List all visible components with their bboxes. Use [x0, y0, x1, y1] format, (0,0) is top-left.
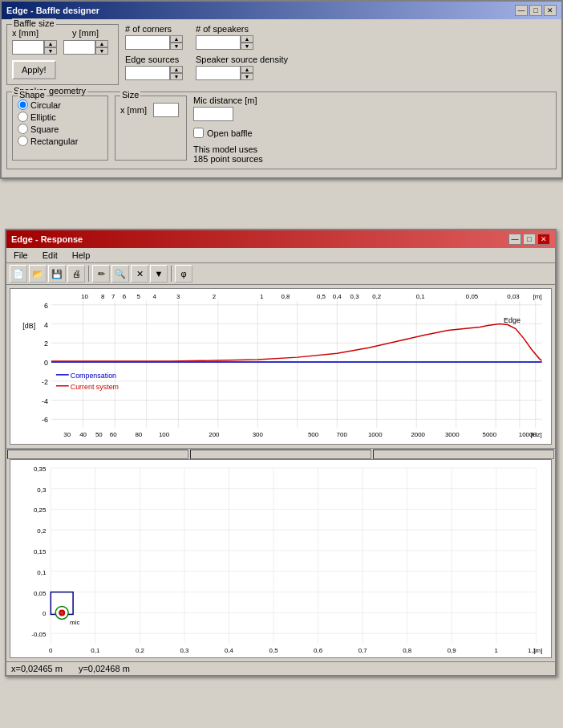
menu-help[interactable]: Help [70, 250, 93, 261]
svg-text:0,05: 0,05 [466, 293, 479, 300]
edge-spin-up[interactable]: ▲ [170, 66, 183, 73]
scroll-track-3[interactable] [373, 449, 554, 459]
menu-file[interactable]: File [11, 250, 30, 261]
size-row: x [mm] 10 [120, 103, 181, 117]
density-spin-buttons: ▲ ▼ [241, 66, 253, 80]
xy-labels-row: x [mm] y [mm] [12, 28, 113, 38]
response-minimize-button[interactable]: — [508, 234, 521, 245]
svg-text:5000: 5000 [483, 431, 497, 438]
y-input[interactable]: 50 [63, 40, 95, 55]
edge-input[interactable]: 36 [125, 66, 170, 80]
size-label: Size [120, 90, 140, 100]
toolbar-sep1 [88, 266, 89, 282]
density-input[interactable]: 3 [196, 66, 241, 80]
baffle-close-button[interactable]: ✕ [544, 5, 557, 16]
svg-text:0,6: 0,6 [314, 647, 323, 654]
open-baffle-checkbox[interactable] [193, 128, 204, 138]
corners-spin-buttons: ▲ ▼ [170, 35, 183, 50]
status-x: x=0,02465 m [11, 664, 63, 673]
radio-square: Square [18, 124, 103, 134]
svg-text:1: 1 [260, 293, 264, 300]
density-label: Speaker source density [196, 55, 288, 64]
svg-text:700: 700 [337, 431, 348, 438]
svg-text:1: 1 [495, 647, 499, 654]
toolbar-phase-button[interactable]: φ [175, 265, 192, 283]
y-spin-up[interactable]: ▲ [95, 40, 108, 47]
toolbar-sep2 [171, 266, 172, 282]
toolbar-clear-button[interactable]: ✕ [131, 265, 148, 283]
x-spin: 50 ▲ ▼ [12, 40, 57, 55]
radio-elliptic-input[interactable] [18, 112, 28, 122]
scroll-track-1[interactable] [7, 449, 188, 459]
svg-text:0,2: 0,2 [37, 527, 46, 535]
svg-text:0,3: 0,3 [180, 647, 189, 654]
x-input[interactable]: 50 [12, 40, 44, 55]
baffle-minimize-button[interactable]: — [515, 5, 528, 16]
svg-text:100: 100 [159, 431, 170, 438]
response-titlebar-buttons: — □ ✕ [508, 234, 550, 245]
baffle-maximize-button[interactable]: □ [529, 5, 542, 16]
toolbar-pencil-button[interactable]: ✏ [92, 265, 110, 283]
toolbar-print-button[interactable]: 🖨 [67, 265, 85, 283]
svg-text:0,9: 0,9 [448, 647, 457, 654]
svg-text:3000: 3000 [445, 431, 460, 438]
toolbar-zoom-button[interactable]: 🔍 [111, 265, 129, 283]
edge-spin-buttons: ▲ ▼ [170, 66, 183, 80]
response-toolbar: 📄 📂 💾 🖨 ✏ 🔍 ✕ ▼ φ [6, 263, 555, 285]
baffle-titlebar: Edge - Baffle designer — □ ✕ [2, 2, 561, 19]
speakers-input[interactable]: 1 [196, 35, 241, 50]
x-spin-down[interactable]: ▼ [44, 47, 57, 55]
y-spin: 50 ▲ ▼ [63, 40, 108, 55]
mic-distance-input[interactable]: 3 [193, 107, 233, 121]
status-bar: x=0,02465 m y=0,02468 m [6, 661, 555, 675]
svg-text:0,1: 0,1 [91, 647, 100, 654]
radio-rectangular-input[interactable] [18, 136, 28, 146]
baffle-title: Edge - Baffle designer [6, 6, 99, 15]
toolbar-new-button[interactable]: 📄 [10, 265, 27, 283]
response-close-button[interactable]: ✕ [537, 234, 550, 245]
density-spin-up[interactable]: ▲ [241, 66, 253, 73]
response-maximize-button[interactable]: □ [523, 234, 536, 245]
corners-spin-down[interactable]: ▼ [170, 43, 183, 50]
response-titlebar: Edge - Response — □ ✕ [6, 230, 555, 248]
svg-text:0,25: 0,25 [34, 506, 47, 514]
svg-rect-0 [11, 289, 549, 444]
edge-spin: 36 ▲ ▼ [125, 66, 183, 80]
y-spin-down[interactable]: ▼ [95, 47, 108, 55]
x-spin-up[interactable]: ▲ [44, 40, 57, 47]
svg-text:50: 50 [95, 431, 103, 438]
scroll-track-2[interactable] [190, 449, 371, 459]
edge-spin-down[interactable]: ▼ [170, 73, 183, 80]
svg-text:Current system: Current system [71, 383, 119, 391]
toolbar-dropdown-button[interactable]: ▼ [150, 265, 168, 283]
svg-text:3: 3 [176, 293, 180, 300]
speakers-spin: 1 ▲ ▼ [196, 35, 253, 50]
svg-text:0: 0 [49, 647, 53, 654]
apply-button[interactable]: Apply! [12, 60, 56, 79]
speakers-spin-up[interactable]: ▲ [241, 35, 253, 43]
svg-text:0,2: 0,2 [136, 647, 144, 654]
svg-text:300: 300 [253, 431, 264, 438]
radio-circular-input[interactable] [18, 100, 28, 110]
svg-text:60: 60 [110, 431, 117, 438]
corners-spin-up[interactable]: ▲ [170, 35, 183, 43]
corners-input[interactable]: 100 [125, 35, 170, 50]
mic-distance-spin: 3 [193, 107, 551, 121]
speakers-spin-down[interactable]: ▼ [241, 43, 253, 50]
corners-speakers-section: # of corners 100 ▲ ▼ # of speakers 1 [125, 24, 288, 88]
menu-edit[interactable]: Edit [40, 250, 60, 261]
speakers-spin-buttons: ▲ ▼ [241, 35, 253, 50]
density-spin-down[interactable]: ▼ [241, 73, 253, 80]
response-title: Edge - Response [11, 234, 83, 244]
svg-text:Edge: Edge [504, 316, 520, 324]
svg-text:8: 8 [101, 293, 105, 300]
toolbar-open-button[interactable]: 📂 [29, 265, 47, 283]
radio-square-input[interactable] [18, 124, 28, 134]
svg-text:10: 10 [81, 293, 88, 300]
geometry-inner: Shape Circular Elliptic Square [12, 96, 551, 164]
size-x-input[interactable]: 10 [153, 103, 179, 117]
svg-text:0,4: 0,4 [225, 647, 234, 654]
density-group: Speaker source density 3 ▲ ▼ [196, 55, 288, 80]
toolbar-save-button[interactable]: 💾 [48, 265, 66, 283]
geometry-right: Mic distance [m] 3 Open baffle This mode… [193, 96, 551, 164]
